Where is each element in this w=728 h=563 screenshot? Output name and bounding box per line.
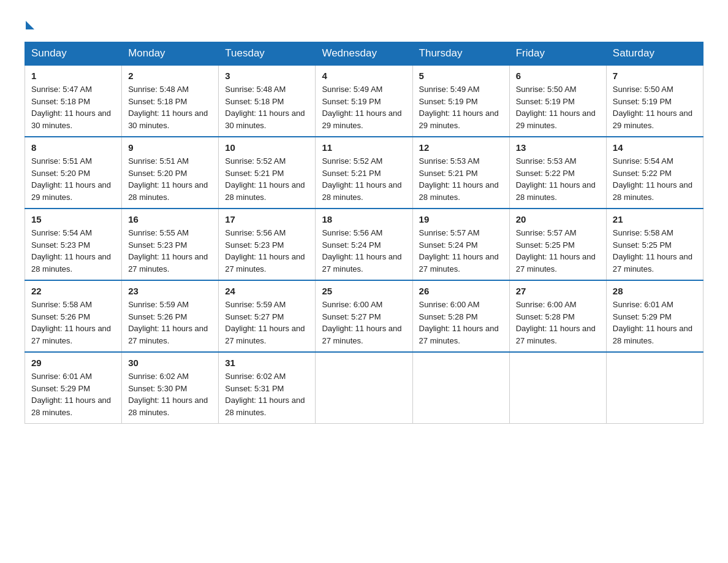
- calendar-cell: 8 Sunrise: 5:51 AM Sunset: 5:20 PM Dayli…: [25, 137, 122, 209]
- calendar-table: SundayMondayTuesdayWednesdayThursdayFrid…: [25, 42, 703, 424]
- day-number: 12: [419, 142, 503, 153]
- calendar-cell: 31 Sunrise: 6:02 AM Sunset: 5:31 PM Dayl…: [219, 352, 316, 424]
- day-info: Sunrise: 5:47 AM Sunset: 5:18 PM Dayligh…: [31, 83, 115, 131]
- day-info: Sunrise: 5:49 AM Sunset: 5:19 PM Dayligh…: [419, 83, 503, 131]
- day-info: Sunrise: 6:01 AM Sunset: 5:29 PM Dayligh…: [31, 370, 115, 418]
- weekday-header-tuesday: Tuesday: [219, 42, 316, 66]
- calendar-cell: [316, 352, 412, 424]
- day-number: 4: [322, 71, 406, 81]
- calendar-cell: [606, 352, 703, 424]
- day-number: 21: [613, 214, 697, 224]
- calendar-week-2: 8 Sunrise: 5:51 AM Sunset: 5:20 PM Dayli…: [25, 137, 703, 209]
- day-info: Sunrise: 6:02 AM Sunset: 5:30 PM Dayligh…: [128, 370, 212, 418]
- calendar-cell: 6 Sunrise: 5:50 AM Sunset: 5:19 PM Dayli…: [509, 65, 606, 137]
- calendar-cell: [509, 352, 606, 424]
- day-info: Sunrise: 5:48 AM Sunset: 5:18 PM Dayligh…: [128, 83, 212, 131]
- day-number: 30: [128, 358, 212, 368]
- day-number: 16: [128, 214, 212, 224]
- day-info: Sunrise: 6:00 AM Sunset: 5:28 PM Dayligh…: [419, 299, 503, 347]
- calendar-header: SundayMondayTuesdayWednesdayThursdayFrid…: [25, 42, 703, 66]
- calendar-cell: 11 Sunrise: 5:52 AM Sunset: 5:21 PM Dayl…: [316, 137, 412, 209]
- day-number: 2: [128, 71, 212, 81]
- day-info: Sunrise: 5:50 AM Sunset: 5:19 PM Dayligh…: [516, 83, 600, 131]
- logo-triangle-icon: [26, 21, 34, 29]
- calendar-week-1: 1 Sunrise: 5:47 AM Sunset: 5:18 PM Dayli…: [25, 65, 703, 137]
- day-number: 31: [225, 358, 309, 368]
- day-info: Sunrise: 6:00 AM Sunset: 5:27 PM Dayligh…: [322, 299, 406, 347]
- calendar-cell: 5 Sunrise: 5:49 AM Sunset: 5:19 PM Dayli…: [412, 65, 509, 137]
- day-info: Sunrise: 6:01 AM Sunset: 5:29 PM Dayligh…: [613, 299, 697, 347]
- calendar-cell: 16 Sunrise: 5:55 AM Sunset: 5:23 PM Dayl…: [122, 209, 219, 280]
- day-info: Sunrise: 5:53 AM Sunset: 5:21 PM Dayligh…: [419, 155, 503, 203]
- calendar-cell: 29 Sunrise: 6:01 AM Sunset: 5:29 PM Dayl…: [25, 352, 122, 424]
- day-number: 10: [225, 142, 309, 153]
- calendar-cell: 14 Sunrise: 5:54 AM Sunset: 5:22 PM Dayl…: [606, 137, 703, 209]
- calendar-week-3: 15 Sunrise: 5:54 AM Sunset: 5:23 PM Dayl…: [25, 209, 703, 280]
- logo: [25, 18, 34, 29]
- calendar-week-4: 22 Sunrise: 5:58 AM Sunset: 5:26 PM Dayl…: [25, 280, 703, 352]
- calendar-body: 1 Sunrise: 5:47 AM Sunset: 5:18 PM Dayli…: [25, 65, 703, 424]
- day-info: Sunrise: 5:48 AM Sunset: 5:18 PM Dayligh…: [225, 83, 309, 131]
- calendar-cell: 25 Sunrise: 6:00 AM Sunset: 5:27 PM Dayl…: [316, 280, 412, 352]
- day-info: Sunrise: 5:51 AM Sunset: 5:20 PM Dayligh…: [128, 155, 212, 203]
- calendar-cell: 28 Sunrise: 6:01 AM Sunset: 5:29 PM Dayl…: [606, 280, 703, 352]
- calendar-cell: 4 Sunrise: 5:49 AM Sunset: 5:19 PM Dayli…: [316, 65, 412, 137]
- day-number: 27: [516, 286, 600, 296]
- day-info: Sunrise: 5:58 AM Sunset: 5:26 PM Dayligh…: [31, 299, 115, 347]
- day-info: Sunrise: 5:56 AM Sunset: 5:23 PM Dayligh…: [225, 227, 309, 275]
- day-info: Sunrise: 5:57 AM Sunset: 5:24 PM Dayligh…: [419, 227, 503, 275]
- calendar-cell: [412, 352, 509, 424]
- day-number: 15: [31, 214, 115, 224]
- day-info: Sunrise: 5:52 AM Sunset: 5:21 PM Dayligh…: [322, 155, 406, 203]
- calendar-cell: 26 Sunrise: 6:00 AM Sunset: 5:28 PM Dayl…: [412, 280, 509, 352]
- day-number: 18: [322, 214, 406, 224]
- day-number: 9: [128, 142, 212, 153]
- day-info: Sunrise: 5:54 AM Sunset: 5:23 PM Dayligh…: [31, 227, 115, 275]
- day-number: 28: [613, 286, 697, 296]
- weekday-header-thursday: Thursday: [412, 42, 509, 66]
- calendar-cell: 15 Sunrise: 5:54 AM Sunset: 5:23 PM Dayl…: [25, 209, 122, 280]
- day-number: 6: [516, 71, 600, 81]
- calendar-cell: 30 Sunrise: 6:02 AM Sunset: 5:30 PM Dayl…: [122, 352, 219, 424]
- day-info: Sunrise: 5:59 AM Sunset: 5:26 PM Dayligh…: [128, 299, 212, 347]
- day-info: Sunrise: 5:52 AM Sunset: 5:21 PM Dayligh…: [225, 155, 309, 203]
- day-number: 11: [322, 142, 406, 153]
- day-number: 24: [225, 286, 309, 296]
- day-info: Sunrise: 6:00 AM Sunset: 5:28 PM Dayligh…: [516, 299, 600, 347]
- day-number: 8: [31, 142, 115, 153]
- calendar-cell: 18 Sunrise: 5:56 AM Sunset: 5:24 PM Dayl…: [316, 209, 412, 280]
- day-info: Sunrise: 5:54 AM Sunset: 5:22 PM Dayligh…: [613, 155, 697, 203]
- day-info: Sunrise: 5:55 AM Sunset: 5:23 PM Dayligh…: [128, 227, 212, 275]
- day-number: 26: [419, 286, 503, 296]
- day-info: Sunrise: 5:58 AM Sunset: 5:25 PM Dayligh…: [613, 227, 697, 275]
- calendar-cell: 19 Sunrise: 5:57 AM Sunset: 5:24 PM Dayl…: [412, 209, 509, 280]
- weekday-header-saturday: Saturday: [606, 42, 703, 66]
- calendar-cell: 27 Sunrise: 6:00 AM Sunset: 5:28 PM Dayl…: [509, 280, 606, 352]
- day-number: 5: [419, 71, 503, 81]
- calendar-cell: 9 Sunrise: 5:51 AM Sunset: 5:20 PM Dayli…: [122, 137, 219, 209]
- day-number: 29: [31, 358, 115, 368]
- day-number: 23: [128, 286, 212, 296]
- weekday-header-row: SundayMondayTuesdayWednesdayThursdayFrid…: [25, 42, 703, 66]
- weekday-header-wednesday: Wednesday: [316, 42, 412, 66]
- calendar-cell: 12 Sunrise: 5:53 AM Sunset: 5:21 PM Dayl…: [412, 137, 509, 209]
- calendar-cell: 7 Sunrise: 5:50 AM Sunset: 5:19 PM Dayli…: [606, 65, 703, 137]
- calendar-week-5: 29 Sunrise: 6:01 AM Sunset: 5:29 PM Dayl…: [25, 352, 703, 424]
- calendar-cell: 17 Sunrise: 5:56 AM Sunset: 5:23 PM Dayl…: [219, 209, 316, 280]
- calendar-cell: 13 Sunrise: 5:53 AM Sunset: 5:22 PM Dayl…: [509, 137, 606, 209]
- calendar-cell: 20 Sunrise: 5:57 AM Sunset: 5:25 PM Dayl…: [509, 209, 606, 280]
- day-info: Sunrise: 5:57 AM Sunset: 5:25 PM Dayligh…: [516, 227, 600, 275]
- calendar-cell: 2 Sunrise: 5:48 AM Sunset: 5:18 PM Dayli…: [122, 65, 219, 137]
- calendar-cell: 24 Sunrise: 5:59 AM Sunset: 5:27 PM Dayl…: [219, 280, 316, 352]
- page-header: [25, 18, 703, 29]
- weekday-header-sunday: Sunday: [25, 42, 122, 66]
- day-number: 13: [516, 142, 600, 153]
- day-number: 19: [419, 214, 503, 224]
- weekday-header-friday: Friday: [509, 42, 606, 66]
- calendar-cell: 22 Sunrise: 5:58 AM Sunset: 5:26 PM Dayl…: [25, 280, 122, 352]
- day-number: 22: [31, 286, 115, 296]
- weekday-header-monday: Monday: [122, 42, 219, 66]
- day-info: Sunrise: 5:50 AM Sunset: 5:19 PM Dayligh…: [613, 83, 697, 131]
- day-number: 14: [613, 142, 697, 153]
- day-info: Sunrise: 5:49 AM Sunset: 5:19 PM Dayligh…: [322, 83, 406, 131]
